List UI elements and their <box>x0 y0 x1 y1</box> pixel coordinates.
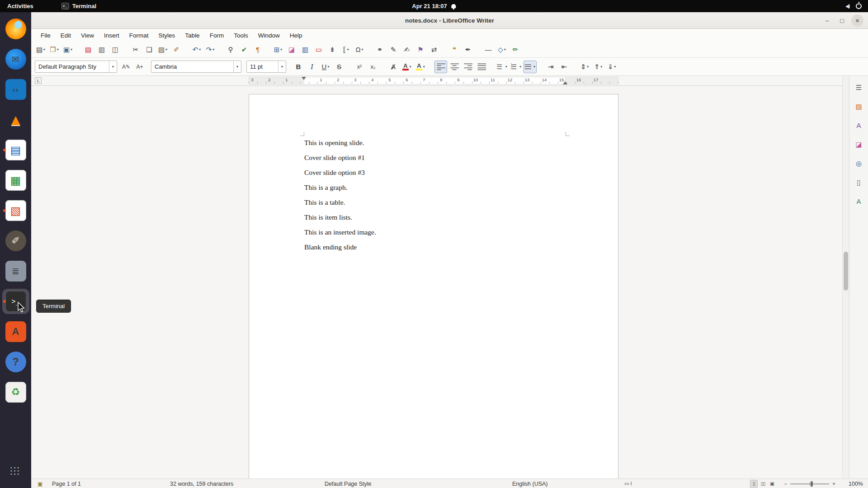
export-pdf-button[interactable]: ▤ <box>82 43 94 56</box>
paste-button[interactable]: ▧ ▾ <box>156 43 169 56</box>
multi-page-view-button[interactable]: ▯▯ <box>759 480 767 488</box>
document-line[interactable]: This is a graph. <box>304 180 566 195</box>
menu-help[interactable]: Help <box>285 31 307 40</box>
text-language[interactable]: English (USA) <box>512 479 548 488</box>
volume-icon[interactable]: ◀) <box>845 4 849 9</box>
menu-view[interactable]: View <box>76 31 99 40</box>
zoom-thumb[interactable] <box>811 481 813 487</box>
scrollbar-thumb[interactable] <box>844 252 848 291</box>
align-left-button[interactable]: ▬▬▬▬ ▬▬ ▬▬▬▬ ▬▬ <box>434 61 447 73</box>
minimize-button[interactable]: – <box>821 14 833 27</box>
dock-item-show-applications[interactable]: ●●● ●●● ●●● <box>2 458 29 483</box>
dropdown-arrow-icon[interactable] <box>278 61 286 72</box>
insert-table-button[interactable]: ⊞ ▾ <box>272 43 284 56</box>
superscript-button[interactable]: x² <box>353 61 366 73</box>
document-line[interactable]: This is item lists. <box>304 210 566 225</box>
decrease-indent-button[interactable]: ⇤ <box>558 61 571 73</box>
dropdown-arrow-icon[interactable]: ▾ <box>533 65 535 69</box>
document-line[interactable]: Cover slide option #1 <box>304 150 566 165</box>
horizontal-line-button[interactable]: ― <box>482 43 495 56</box>
document-line[interactable]: Blank ending slide <box>304 239 566 254</box>
track-changes-button[interactable]: ✒ <box>462 43 474 56</box>
cut-button[interactable]: ✂ <box>129 43 142 56</box>
dropdown-arrow-icon[interactable]: ▾ <box>362 47 363 52</box>
justify-button[interactable]: ▬▬▬▬ ▬▬▬▬ ▬▬▬▬ ▬▬▬▬ <box>475 61 488 73</box>
dropdown-arrow-icon[interactable]: ▾ <box>504 47 506 52</box>
para-space-decrease-button[interactable]: ⇓ ▾ <box>605 61 618 73</box>
close-button[interactable]: ✕ <box>851 14 863 27</box>
dock-item-libreoffice-calc[interactable]: ▦ <box>2 168 29 193</box>
insert-textbox-button[interactable]: ▭ <box>312 43 325 56</box>
italic-button[interactable]: I <box>306 61 318 73</box>
update-style-button[interactable]: A✎ <box>120 61 132 73</box>
document-line[interactable]: Cover slide option #3 <box>304 165 566 180</box>
insert-image-button[interactable]: ◪ <box>285 43 298 56</box>
dock-item-libreoffice-impress[interactable]: ▧ <box>2 198 29 223</box>
insert-footnote-button[interactable]: ✎ <box>387 43 400 56</box>
paragraph-style-select[interactable]: Default Paragraph Sty <box>35 61 117 73</box>
ordered-list-button[interactable]: 1▬▬ 2▬▬ 3▬▬ ▾ <box>509 61 523 73</box>
document-line[interactable]: This is a table. <box>304 195 566 210</box>
zoom-slider[interactable]: − + <box>783 479 837 488</box>
zoom-in-icon[interactable]: + <box>831 481 837 487</box>
insert-chart-button[interactable]: ▥ <box>299 43 311 56</box>
dropdown-arrow-icon[interactable]: ▾ <box>327 65 329 69</box>
title-bar[interactable]: notes.docx - LibreOffice Writer – ▢ ✕ <box>31 12 868 29</box>
menu-styles[interactable]: Styles <box>154 31 180 40</box>
word-count[interactable]: 32 words, 159 characters <box>170 479 233 488</box>
tab-stop-selector[interactable]: L <box>35 77 42 84</box>
sidebar-sidebar-settings-button[interactable]: ☰ <box>852 80 866 94</box>
font-size-select[interactable]: 11 pt <box>246 61 286 73</box>
special-character-button[interactable]: Ω ▾ <box>353 43 366 56</box>
insert-field-button[interactable]: ⟦ ▾ <box>340 43 352 56</box>
dropdown-arrow-icon[interactable]: ▾ <box>587 65 589 69</box>
unordered-list-button[interactable]: •▬▬ •▬▬ •▬▬ ▾ <box>495 61 509 73</box>
menu-tools[interactable]: Tools <box>229 31 253 40</box>
book-view-button[interactable]: ▣ <box>768 480 776 488</box>
dropdown-arrow-icon[interactable]: ▾ <box>165 47 167 52</box>
bold-button[interactable]: B <box>292 61 305 73</box>
document-page[interactable]: This is opening slide. Cover slide optio… <box>249 94 618 479</box>
dock-item-thunderbird[interactable]: ✉ <box>2 47 29 72</box>
dropdown-arrow-icon[interactable] <box>109 61 117 72</box>
horizontal-ruler[interactable]: L 3 2 1 1 2 3 4 5 6 <box>31 76 868 86</box>
dropdown-arrow-icon[interactable]: ▾ <box>212 47 214 52</box>
document-text[interactable]: This is opening slide. Cover slide optio… <box>304 135 566 254</box>
dropdown-arrow-icon[interactable]: ▾ <box>71 47 72 52</box>
zoom-level[interactable]: 100% <box>849 479 863 488</box>
dropdown-arrow-icon[interactable]: ▾ <box>43 47 45 52</box>
insert-endnote-button[interactable]: ✍ <box>401 43 413 56</box>
draw-functions-button[interactable]: ✏ <box>509 43 522 56</box>
dock-item-firefox[interactable] <box>2 16 29 42</box>
dropdown-arrow-icon[interactable]: ▾ <box>410 65 411 69</box>
formatting-marks-button[interactable]: ¶ <box>251 43 264 56</box>
spelling-button[interactable]: ✔ <box>238 43 250 56</box>
zoom-track[interactable] <box>790 483 829 484</box>
dock-item-files[interactable]: ≣ <box>2 258 29 284</box>
basic-shapes-button[interactable]: ◇ ▾ <box>495 43 508 56</box>
copy-button[interactable]: ❏ <box>143 43 156 56</box>
dropdown-arrow-icon[interactable]: ▾ <box>519 65 521 69</box>
line-spacing-button[interactable]: ⇕ ▾ <box>578 61 591 73</box>
dock-item-terminal[interactable]: >_ <box>2 289 29 314</box>
sidebar-style-inspector-button[interactable]: A <box>852 194 866 208</box>
clock-button[interactable]: Apr 21 18:07 <box>412 0 456 12</box>
undo-button[interactable]: ↶ ▾ <box>190 43 203 56</box>
print-preview-button[interactable]: ◫ <box>109 43 122 56</box>
save-status-icon[interactable]: ▣ <box>38 479 42 488</box>
clone-formatting-button[interactable]: ✐ <box>170 43 183 56</box>
para-space-increase-button[interactable]: ⇑ ▾ <box>592 61 604 73</box>
dock-item-help[interactable]: ? <box>2 349 29 375</box>
dropdown-arrow-icon[interactable]: ▾ <box>280 47 282 52</box>
new-button[interactable]: ▤ ▾ <box>34 43 47 56</box>
cross-reference-button[interactable]: ⇄ <box>428 43 440 56</box>
dock-item-vscode[interactable]: ‹› <box>2 77 29 102</box>
first-line-indent-marker-icon[interactable] <box>302 77 306 80</box>
font-name-select[interactable]: Cambria <box>151 61 241 73</box>
vertical-scrollbar[interactable] <box>842 76 849 479</box>
sidebar-navigator-button[interactable]: ◎ <box>852 156 866 170</box>
power-icon[interactable] <box>856 3 862 9</box>
strikethrough-button[interactable]: S <box>333 61 345 73</box>
dropdown-arrow-icon[interactable]: ▾ <box>600 65 602 69</box>
highlight-color-button[interactable]: A ▾ <box>414 61 427 73</box>
